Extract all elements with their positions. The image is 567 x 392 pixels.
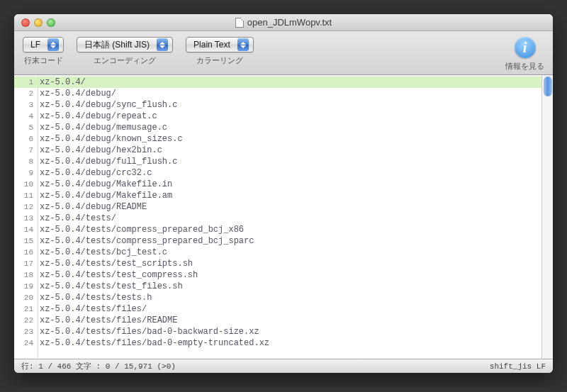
lineending-select[interactable]: LF xyxy=(23,37,64,52)
text-line[interactable]: xz-5.0.4/debug/Makefile.in xyxy=(38,179,541,190)
coloring-group: Plain Text カラーリング xyxy=(186,37,254,66)
editor-window: open_JDLmWopv.txt LF 行末コード 日本語 (Shift JI… xyxy=(14,14,553,373)
coloring-value: Plain Text xyxy=(193,40,237,50)
dropdown-arrows-icon xyxy=(47,38,59,51)
text-line[interactable]: xz-5.0.4/tests/test_compress.sh xyxy=(38,269,541,281)
titlebar[interactable]: open_JDLmWopv.txt xyxy=(14,14,553,31)
title-text: open_JDLmWopv.txt xyxy=(247,17,332,28)
status-left: 行: 1 / 466 文字 : 0 / 15,971 (>0) xyxy=(21,361,176,371)
line-number: 13 xyxy=(14,213,38,224)
line-number: 11 xyxy=(14,190,38,201)
line-number: 23 xyxy=(14,326,38,337)
text-line[interactable]: xz-5.0.4/debug/full_flush.c xyxy=(38,156,541,167)
text-line[interactable]: xz-5.0.4/tests/files/ xyxy=(38,303,541,315)
text-line[interactable]: xz-5.0.4/tests/bcj_test.c xyxy=(38,247,541,258)
info-button[interactable]: i xyxy=(515,37,536,58)
text-line[interactable]: xz-5.0.4/debug/repeat.c xyxy=(38,111,541,122)
text-content[interactable]: xz-5.0.4/xz-5.0.4/debug/xz-5.0.4/debug/s… xyxy=(38,75,541,359)
status-right: shift_jis LF xyxy=(490,362,546,371)
line-number: 9 xyxy=(14,167,38,179)
editor[interactable]: 123456789101112131415161718192021222324 … xyxy=(14,75,553,359)
line-number: 3 xyxy=(14,99,38,111)
line-number: 6 xyxy=(14,133,38,145)
lineending-value: LF xyxy=(30,40,47,50)
line-number: 8 xyxy=(14,156,38,167)
encoding-value: 日本語 (Shift JIS) xyxy=(84,39,157,51)
text-line[interactable]: xz-5.0.4/debug/hex2bin.c xyxy=(38,145,541,156)
text-line[interactable]: xz-5.0.4/debug/crc32.c xyxy=(38,167,541,179)
text-line[interactable]: xz-5.0.4/debug/memusage.c xyxy=(38,122,541,133)
traffic-lights xyxy=(14,18,55,27)
text-line[interactable]: xz-5.0.4/tests/test_files.sh xyxy=(38,281,541,292)
line-number: 2 xyxy=(14,88,38,99)
text-line[interactable]: xz-5.0.4/tests/test_scripts.sh xyxy=(38,258,541,269)
lineending-group: LF 行末コード xyxy=(23,37,64,66)
encoding-group: 日本語 (Shift JIS) エンコーディング xyxy=(77,37,173,66)
line-number: 1 xyxy=(14,77,38,88)
text-line[interactable]: xz-5.0.4/tests/files/bad-0-empty-truncat… xyxy=(38,337,541,349)
text-line[interactable]: xz-5.0.4/debug/known_sizes.c xyxy=(38,133,541,145)
line-number: 21 xyxy=(14,303,38,315)
line-number: 15 xyxy=(14,235,38,247)
lineending-label: 行末コード xyxy=(24,55,63,66)
text-line[interactable]: xz-5.0.4/tests/compress_prepared_bcj_spa… xyxy=(38,235,541,247)
minimize-button[interactable] xyxy=(34,18,43,27)
toolbar: LF 行末コード 日本語 (Shift JIS) エンコーディング Plain … xyxy=(14,31,553,75)
text-line[interactable]: xz-5.0.4/tests/ xyxy=(38,213,541,224)
line-number: 22 xyxy=(14,315,38,326)
line-number: 19 xyxy=(14,281,38,292)
coloring-label: カラーリング xyxy=(196,55,243,66)
text-line[interactable]: xz-5.0.4/debug/sync_flush.c xyxy=(38,99,541,111)
info-icon: i xyxy=(523,40,527,56)
text-line[interactable]: xz-5.0.4/tests/compress_prepared_bcj_x86 xyxy=(38,224,541,235)
window-title: open_JDLmWopv.txt xyxy=(14,17,553,28)
text-line[interactable]: xz-5.0.4/debug/Makefile.am xyxy=(38,190,541,201)
info-group: i 情報を見る xyxy=(505,37,544,72)
document-icon xyxy=(235,18,244,28)
line-number: 20 xyxy=(14,292,38,303)
text-line[interactable]: xz-5.0.4/tests/tests.h xyxy=(38,292,541,303)
line-number: 10 xyxy=(14,179,38,190)
text-line[interactable]: xz-5.0.4/ xyxy=(38,77,541,88)
line-number: 4 xyxy=(14,111,38,122)
text-line[interactable]: xz-5.0.4/debug/README xyxy=(38,201,541,213)
scrollbar-thumb[interactable] xyxy=(544,77,552,96)
coloring-select[interactable]: Plain Text xyxy=(186,37,254,52)
text-line[interactable]: xz-5.0.4/tests/files/bad-0-backward-size… xyxy=(38,326,541,337)
line-number: 7 xyxy=(14,145,38,156)
line-number: 18 xyxy=(14,269,38,281)
close-button[interactable] xyxy=(21,18,30,27)
text-line[interactable]: xz-5.0.4/debug/ xyxy=(38,88,541,99)
vertical-scrollbar[interactable] xyxy=(541,75,553,359)
encoding-label: エンコーディング xyxy=(94,55,156,66)
dropdown-arrows-icon xyxy=(237,38,249,51)
zoom-button[interactable] xyxy=(47,18,55,27)
line-number: 12 xyxy=(14,201,38,213)
line-number: 24 xyxy=(14,337,38,349)
line-number: 5 xyxy=(14,122,38,133)
line-number-gutter: 123456789101112131415161718192021222324 xyxy=(14,75,38,359)
line-number: 16 xyxy=(14,247,38,258)
line-number: 17 xyxy=(14,258,38,269)
line-number: 14 xyxy=(14,224,38,235)
statusbar: 行: 1 / 466 文字 : 0 / 15,971 (>0) shift_ji… xyxy=(14,359,553,373)
text-line[interactable]: xz-5.0.4/tests/files/README xyxy=(38,315,541,326)
dropdown-arrows-icon xyxy=(157,38,168,51)
info-label: 情報を見る xyxy=(505,61,544,72)
encoding-select[interactable]: 日本語 (Shift JIS) xyxy=(77,37,173,52)
